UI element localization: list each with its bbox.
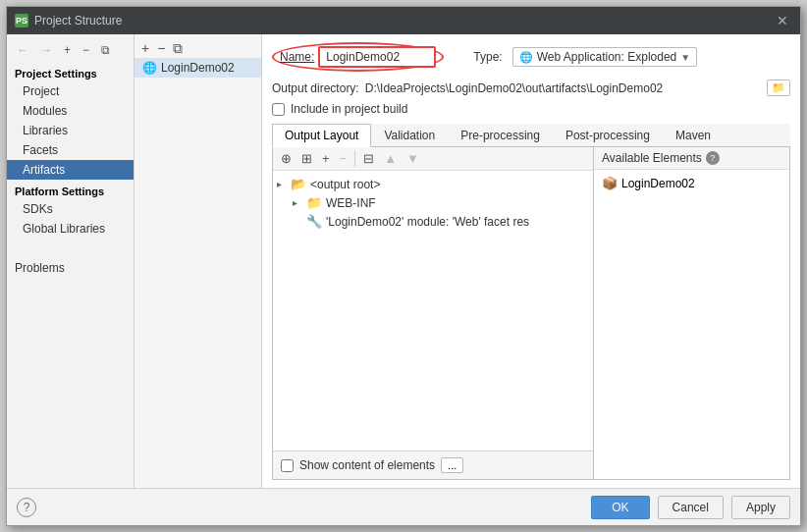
tab-content: ⊕ ⊞ + − ⊟ ▲ ▼ ▸ — [272, 147, 790, 480]
sidebar-item-modules[interactable]: Modules — [7, 101, 134, 121]
available-elements-panel: Available Elements ? 📦 LoginDemo02 — [593, 147, 789, 479]
artifact-remove-button[interactable]: − — [154, 40, 168, 56]
tabs-bar: Output Layout Validation Pre-processing … — [272, 124, 790, 147]
tab-post-processing[interactable]: Post-processing — [553, 124, 663, 147]
cancel-button[interactable]: Cancel — [658, 496, 724, 519]
output-add2-button[interactable]: + — [318, 150, 334, 167]
sidebar: ← → + − ⧉ Project Settings Project Modul… — [7, 34, 134, 488]
name-label: Name: — [280, 50, 314, 64]
show-content-button[interactable]: ... — [441, 457, 463, 473]
artifact-add-button[interactable]: + — [138, 40, 152, 56]
output-layout-panel: ⊕ ⊞ + − ⊟ ▲ ▼ ▸ — [273, 147, 593, 479]
sidebar-item-facets[interactable]: Facets — [7, 140, 134, 160]
show-content-row: Show content of elements ... — [273, 451, 593, 479]
tree-item-module[interactable]: 🔧 'LoginDemo02' module: 'Web' facet res — [273, 212, 593, 231]
output-up-button[interactable]: ▲ — [380, 150, 401, 167]
name-input[interactable] — [318, 46, 436, 68]
back-button[interactable]: ← — [13, 41, 32, 59]
artifact-list-item[interactable]: 🌐 LoginDemo02 — [134, 58, 261, 78]
available-title: Available Elements — [602, 151, 702, 165]
content-panel: Name: Type: 🌐 Web Application: Exploded … — [262, 34, 800, 488]
type-select[interactable]: 🌐 Web Application: Exploded ▼ — [512, 47, 697, 67]
type-label: Type: — [473, 50, 502, 64]
dialog-buttons: OK Cancel Apply — [591, 496, 790, 519]
bottom-bar: ? OK Cancel Apply — [7, 488, 800, 525]
tree-item-output-root[interactable]: ▸ 📂 <output root> — [273, 175, 593, 193]
tree-label-module: 'LoginDemo02' module: 'Web' facet res — [326, 215, 529, 229]
available-help-icon[interactable]: ? — [706, 151, 720, 165]
output-add-button[interactable]: ⊕ — [277, 150, 296, 167]
sidebar-item-problems[interactable]: Problems — [7, 258, 134, 278]
help-button[interactable]: ? — [17, 498, 36, 517]
add-button[interactable]: + — [60, 41, 75, 59]
output-down-button[interactable]: ▼ — [403, 150, 423, 167]
tree-icon-module: 🔧 — [306, 214, 322, 229]
sidebar-item-global-libraries[interactable]: Global Libraries — [7, 219, 134, 239]
type-dropdown-arrow: ▼ — [680, 52, 690, 63]
avail-item-logindemo02[interactable]: 📦 LoginDemo02 — [594, 174, 789, 192]
tree-label-output-root: <output root> — [310, 178, 380, 191]
tree-icon-webinf: 📁 — [306, 195, 322, 210]
toolbar-separator — [354, 151, 355, 167]
output-tree: ▸ 📂 <output root> ▸ 📁 WEB-INF — [273, 171, 593, 451]
available-header: Available Elements ? — [594, 147, 789, 170]
sidebar-item-sdks[interactable]: SDKs — [7, 199, 134, 219]
tab-pre-processing[interactable]: Pre-processing — [448, 124, 553, 147]
tree-arrow-output-root: ▸ — [277, 179, 287, 189]
include-checkbox[interactable] — [272, 103, 285, 116]
apply-button[interactable]: Apply — [731, 496, 790, 519]
show-content-label: Show content of elements — [299, 458, 435, 472]
output-arrange-button[interactable]: ⊟ — [359, 150, 378, 167]
close-button[interactable]: ✕ — [773, 12, 792, 29]
tab-maven[interactable]: Maven — [663, 124, 724, 147]
include-row: Include in project build — [272, 102, 790, 116]
output-toolbar: ⊕ ⊞ + − ⊟ ▲ ▼ — [273, 147, 593, 171]
project-structure-dialog: PS Project Structure ✕ ← → + − ⧉ Project… — [6, 6, 801, 526]
content-area: + − ⧉ 🌐 LoginDemo02 Name: — [134, 34, 800, 488]
type-icon: 🌐 — [519, 51, 533, 64]
ok-button[interactable]: OK — [591, 496, 649, 519]
artifact-nav: + − ⧉ — [134, 38, 261, 58]
title-bar: PS Project Structure ✕ — [7, 7, 800, 34]
output-grid-button[interactable]: ⊞ — [297, 150, 316, 167]
tree-item-webinf[interactable]: ▸ 📁 WEB-INF — [273, 193, 593, 212]
tree-arrow-webinf: ▸ — [293, 197, 302, 208]
artifact-copy-button[interactable]: ⧉ — [170, 40, 186, 56]
artifact-sidebar: + − ⧉ 🌐 LoginDemo02 — [134, 34, 262, 488]
output-dir-value: D:\IdeaProjects\LoginDemo02\out\artifact… — [365, 81, 761, 95]
output-dir-label: Output directory: — [272, 81, 359, 95]
name-highlight: Name: — [272, 42, 444, 72]
dialog-body: ← → + − ⧉ Project Settings Project Modul… — [7, 34, 800, 488]
main-panel: Name: Type: 🌐 Web Application: Exploded … — [262, 34, 800, 488]
tree-icon-output-root: 📂 — [291, 177, 306, 191]
output-dir-row: Output directory: D:\IdeaProjects\LoginD… — [272, 80, 790, 96]
artifact-icon: 🌐 — [142, 61, 157, 75]
dialog-title: Project Structure — [34, 14, 122, 27]
tree-label-webinf: WEB-INF — [326, 196, 376, 210]
title-bar-left: PS Project Structure — [15, 14, 122, 27]
copy-button[interactable]: ⧉ — [97, 41, 114, 59]
artifact-name: LoginDemo02 — [161, 61, 235, 75]
avail-label: LoginDemo02 — [621, 177, 695, 190]
avail-icon: 📦 — [602, 176, 618, 190]
output-remove-button[interactable]: − — [336, 150, 351, 167]
type-value: Web Application: Exploded — [537, 50, 677, 64]
sidebar-nav: ← → + − ⧉ — [7, 38, 134, 62]
include-label: Include in project build — [291, 102, 407, 116]
remove-button[interactable]: − — [79, 41, 93, 59]
dialog-icon: PS — [15, 14, 28, 27]
tab-validation[interactable]: Validation — [371, 124, 448, 147]
sidebar-item-project[interactable]: Project — [7, 81, 134, 101]
tab-output-layout[interactable]: Output Layout — [272, 124, 371, 147]
available-tree: 📦 LoginDemo02 — [594, 170, 789, 479]
browse-folder-button[interactable]: 📁 — [767, 80, 790, 96]
sidebar-item-artifacts[interactable]: Artifacts — [7, 160, 134, 180]
name-type-row: Name: Type: 🌐 Web Application: Exploded … — [272, 42, 790, 72]
show-content-checkbox[interactable] — [281, 459, 294, 472]
forward-button[interactable]: → — [36, 41, 56, 59]
project-settings-label: Project Settings — [7, 62, 134, 81]
sidebar-item-libraries[interactable]: Libraries — [7, 121, 134, 140]
platform-settings-label: Platform Settings — [7, 180, 134, 199]
